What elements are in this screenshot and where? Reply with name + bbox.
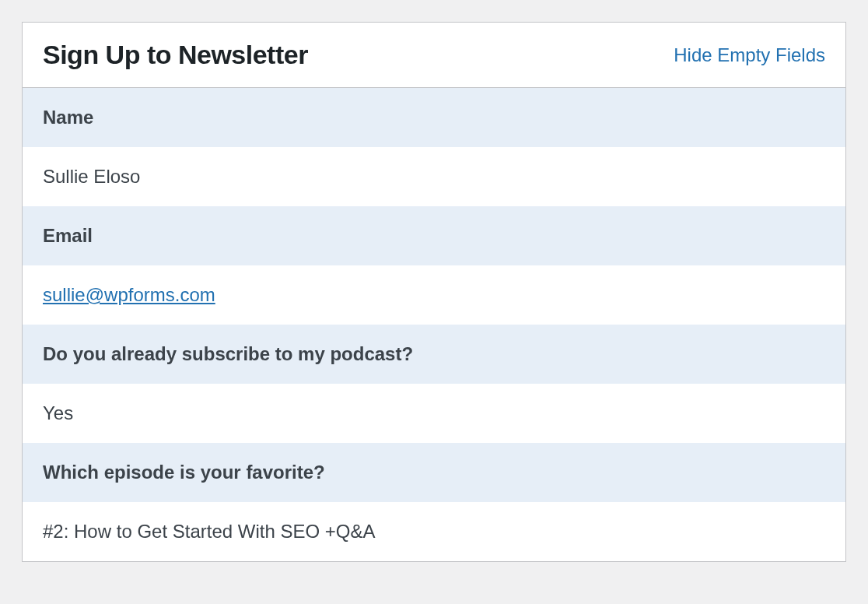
field-value-email: sullie@wpforms.com	[23, 265, 845, 325]
field-label-email: Email	[23, 206, 845, 265]
entry-panel: Sign Up to Newsletter Hide Empty Fields …	[22, 22, 846, 562]
field-label-favorite: Which episode is your favorite?	[23, 443, 845, 502]
email-link[interactable]: sullie@wpforms.com	[43, 284, 215, 305]
panel-header: Sign Up to Newsletter Hide Empty Fields	[23, 23, 845, 88]
panel-title: Sign Up to Newsletter	[43, 40, 308, 70]
field-label-name: Name	[23, 88, 845, 147]
field-value-name: Sullie Eloso	[23, 147, 845, 206]
field-label-podcast: Do you already subscribe to my podcast?	[23, 325, 845, 384]
field-value-favorite: #2: How to Get Started With SEO +Q&A	[23, 502, 845, 561]
hide-empty-fields-link[interactable]: Hide Empty Fields	[674, 44, 825, 66]
field-value-podcast: Yes	[23, 384, 845, 443]
